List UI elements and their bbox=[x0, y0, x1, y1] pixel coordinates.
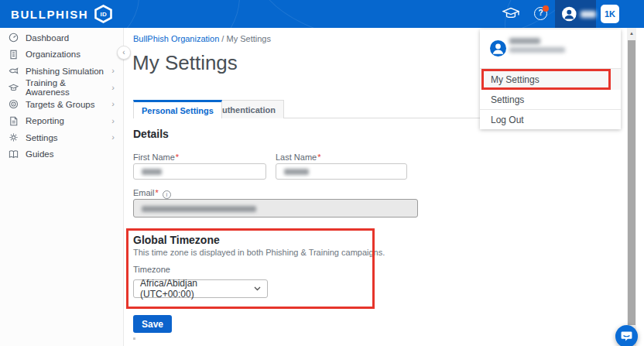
sidebar-item-label: Training & Awareness bbox=[26, 78, 104, 97]
collapse-sidebar-button[interactable]: ‹ bbox=[117, 46, 131, 60]
notification-dot bbox=[543, 5, 549, 12]
chevron-right-icon: › bbox=[111, 117, 115, 125]
first-name-label: First Name* bbox=[133, 152, 179, 162]
scrollbar-thumb[interactable] bbox=[628, 40, 635, 325]
breadcrumb-current: My Settings bbox=[226, 34, 270, 43]
sidebar-item-reporting[interactable]: Reporting › bbox=[0, 113, 123, 130]
vertical-scrollbar[interactable]: ▲ ▼ bbox=[627, 28, 636, 346]
sidebar-item-label: Targets & Groups bbox=[26, 100, 94, 109]
sidebar-item-phishing-simulation[interactable]: Phishing Simulation › bbox=[0, 63, 123, 80]
menu-item-log-out[interactable]: Log Out bbox=[480, 110, 621, 129]
first-name-value-redacted bbox=[142, 169, 162, 175]
email-value-redacted bbox=[142, 206, 256, 212]
timezone-selected-value: Africa/Abidjan (UTC+00:00) bbox=[140, 278, 254, 300]
chevron-right-icon: › bbox=[111, 67, 115, 75]
chevron-right-icon: › bbox=[111, 100, 115, 108]
brand-badge-text: ID bbox=[100, 11, 107, 18]
chat-launcher-button[interactable] bbox=[615, 325, 638, 346]
user-avatar-icon bbox=[562, 6, 577, 22]
chat-bubble-icon bbox=[621, 331, 632, 342]
user-dropdown-menu: My Settings Settings Log Out bbox=[480, 29, 621, 129]
sidebar-item-training-awareness[interactable]: Training & Awareness › bbox=[0, 80, 123, 97]
kaseya-one-logo[interactable]: 1K bbox=[601, 5, 619, 23]
topbar-actions: ? 1K bbox=[443, 0, 644, 28]
required-marker: * bbox=[176, 152, 179, 162]
menu-email-redacted bbox=[509, 47, 565, 53]
sidebar-item-label: Phishing Simulation bbox=[26, 67, 104, 76]
brand-wordmark: BULLPHISH bbox=[11, 8, 88, 21]
timezone-select[interactable]: Africa/Abidjan (UTC+00:00) bbox=[133, 279, 268, 298]
save-button[interactable]: Save bbox=[133, 315, 172, 333]
chevron-down-icon bbox=[254, 286, 261, 291]
top-navbar: BULLPHISH ID ? 1K bbox=[0, 0, 644, 28]
required-marker: * bbox=[317, 152, 320, 162]
menu-item-my-settings[interactable]: My Settings bbox=[480, 69, 621, 90]
fish-icon bbox=[9, 66, 19, 76]
username-redacted bbox=[581, 11, 596, 18]
last-name-value-redacted bbox=[284, 169, 309, 175]
sidebar-item-label: Settings bbox=[26, 133, 58, 142]
breadcrumb-root-link[interactable]: BullPhish Organization bbox=[133, 34, 219, 43]
gear-icon bbox=[9, 132, 19, 142]
graduation-cap-icon bbox=[502, 7, 519, 20]
last-name-label-text: Last Name bbox=[276, 152, 317, 162]
organizations-icon bbox=[9, 50, 19, 60]
help-button[interactable]: ? bbox=[534, 7, 547, 20]
sidebar-item-guides[interactable]: Guides bbox=[0, 146, 123, 163]
breadcrumb: BullPhish Organization / My Settings bbox=[133, 34, 271, 43]
sidebar-item-label: Guides bbox=[26, 149, 53, 159]
menu-avatar bbox=[490, 40, 506, 60]
timezone-section-heading: Global Timezone bbox=[133, 234, 220, 246]
report-document-icon bbox=[9, 116, 19, 126]
menu-item-settings[interactable]: Settings bbox=[480, 91, 621, 108]
training-portal-button[interactable] bbox=[502, 7, 519, 23]
email-label: Email*i bbox=[133, 188, 171, 199]
timezone-section-description: This time zone is displayed in both Phis… bbox=[133, 248, 385, 257]
sidebar-item-organizations[interactable]: Organizations bbox=[0, 46, 123, 63]
target-icon bbox=[9, 99, 19, 109]
tab-personal-settings[interactable]: Personal Settings bbox=[133, 100, 222, 118]
stray-mark bbox=[133, 337, 135, 340]
first-name-label-text: First Name bbox=[133, 152, 175, 162]
chevron-right-icon: › bbox=[111, 84, 115, 92]
id-hexagon-badge: ID bbox=[94, 5, 113, 23]
graduation-cap-icon bbox=[9, 83, 19, 93]
book-icon bbox=[9, 149, 19, 159]
chevron-right-icon: › bbox=[111, 133, 115, 142]
first-name-field[interactable] bbox=[133, 163, 266, 180]
user-account-button[interactable] bbox=[555, 0, 596, 28]
scrollbar-up-arrow[interactable]: ▲ bbox=[627, 29, 636, 38]
dashboard-icon bbox=[9, 33, 19, 43]
sidebar-item-label: Dashboard bbox=[26, 33, 69, 43]
sidebar-item-label: Organizations bbox=[26, 50, 80, 59]
required-marker: * bbox=[156, 188, 159, 197]
info-icon[interactable]: i bbox=[163, 190, 171, 199]
sidebar-nav: Dashboard Organizations Phishing Simulat… bbox=[0, 28, 124, 346]
email-field bbox=[133, 199, 418, 218]
bullphish-logo[interactable]: BULLPHISH ID bbox=[11, 0, 113, 28]
sidebar-item-dashboard[interactable]: Dashboard bbox=[0, 29, 123, 46]
timezone-label: Timezone bbox=[133, 265, 170, 274]
sidebar-item-settings[interactable]: Settings › bbox=[0, 129, 123, 146]
sidebar-item-targets-groups[interactable]: Targets & Groups › bbox=[0, 96, 123, 113]
last-name-field[interactable] bbox=[276, 163, 407, 180]
last-name-label: Last Name* bbox=[276, 152, 320, 162]
menu-username-redacted bbox=[509, 38, 540, 44]
details-heading: Details bbox=[133, 128, 169, 140]
page-title: My Settings bbox=[132, 51, 238, 75]
email-label-text: Email bbox=[133, 188, 155, 197]
sidebar-item-label: Reporting bbox=[26, 116, 64, 125]
avatar-icon bbox=[490, 40, 506, 57]
